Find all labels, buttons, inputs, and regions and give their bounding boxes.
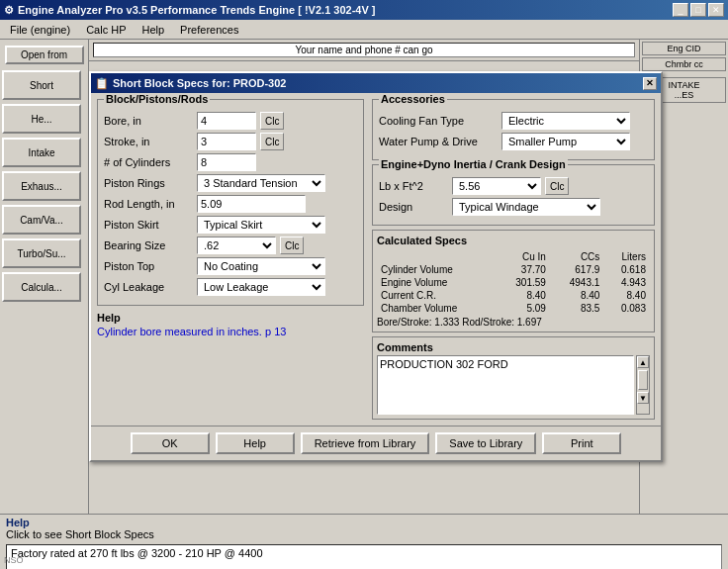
app-icon: ⚙ [4,4,14,17]
cooling-fan-label: Cooling Fan Type [379,115,498,127]
cooling-fan-select[interactable]: Electric [501,112,630,130]
nso-label: NSO [4,555,24,565]
bearing-size-select[interactable]: .62 [197,237,276,254]
table-row: Cylinder Volume 37.70 617.9 0.618 [377,263,650,276]
retrieve-from-library-button[interactable]: Retrieve from Library [301,432,430,454]
eng-vol-label: Engine Volume [377,276,496,289]
bore-clr-button[interactable]: Clc [260,112,284,130]
bottom-bar: Help Click to see Short Block Specs Fact… [0,514,728,569]
dialog-title-bar: 📋 Short Block Specs for: PROD-302 ✕ [91,73,661,93]
chamber-vol-cuin: 5.09 [496,302,549,315]
title-bar: ⚙ Engine Analyzer Pro v3.5 Performance T… [0,0,728,20]
sidebar-item-exhaust[interactable]: Exhaus... [2,171,81,201]
dialog-right-column: Accessories Cooling Fan Type Electric Wa [372,99,655,420]
help-button[interactable]: Help [216,432,295,454]
lb-ft2-select[interactable]: 5.56 [452,177,541,195]
menu-preferences[interactable]: Preferences [174,23,244,37]
sidebar-item-heads[interactable]: He... [2,104,81,134]
menu-calchp[interactable]: Calc HP [80,23,132,37]
piston-skirt-label: Piston Skirt [104,219,193,231]
cooling-fan-row: Cooling Fan Type Electric [379,112,648,130]
accessories-group: Accessories Cooling Fan Type Electric Wa [372,99,655,160]
scroll-up-arrow[interactable]: ▲ [637,356,649,368]
cyl-leakage-row: Cyl Leakage Low Leakage [104,278,357,296]
cylinders-row: # of Cylinders [104,153,357,171]
sidebar-item-camva[interactable]: Cam/Va... [2,205,81,235]
comments-header: Comments [377,341,650,353]
calc-col-cuin: Cu In [496,250,549,263]
accessories-label: Accessories [379,93,447,105]
print-button[interactable]: Print [542,432,621,454]
sidebar-item-turbo[interactable]: Turbo/Su... [2,238,81,268]
calc-specs-section: Calculated Specs Cu In CCs Liters [372,230,655,332]
help-section: Help Cylinder bore measured in inches. p… [97,312,364,337]
piston-rings-select[interactable]: 3 Standard Tension [197,174,325,192]
sidebar-item-short[interactable]: Short [2,70,81,100]
calc-col-ccs: CCs [550,250,603,263]
lb-ft2-clr-button[interactable]: Clc [545,177,569,195]
bore-row: Bore, in Clc [104,112,357,130]
dialog-title-text: Short Block Specs for: PROD-302 [113,77,286,89]
close-button[interactable]: ✕ [708,3,724,17]
bore-input[interactable] [197,112,256,130]
open-from-button[interactable]: Open from [5,46,84,64]
table-row: Engine Volume 301.59 4943.1 4.943 [377,276,650,289]
rod-length-label: Rod Length, in [104,198,193,210]
sidebar-item-intake[interactable]: Intake [2,138,81,167]
block-section-label: Block/Pistons/Rods [104,93,210,105]
comments-textarea[interactable] [377,355,634,415]
cyl-leakage-select[interactable]: Low Leakage [197,278,325,296]
cylinders-input[interactable] [197,153,256,171]
stroke-clr-button[interactable]: Clc [260,133,284,150]
bearing-clr-button[interactable]: Clc [280,237,304,254]
sidebar-item-calcula[interactable]: Calcula... [2,272,81,302]
piston-rings-row: Piston Rings 3 Standard Tension [104,174,357,192]
comments-scrollbar[interactable]: ▲ ▼ [636,355,650,415]
menu-help[interactable]: Help [136,23,170,37]
stroke-label: Stroke, in [104,136,193,147]
curr-cr-cuin: 8.40 [496,289,549,302]
block-pistons-rods-group: Block/Pistons/Rods Bore, in Clc [97,99,364,306]
minimize-button[interactable]: _ [673,3,688,17]
bottom-help-label: Help [6,517,30,528]
scroll-thumb[interactable] [638,370,648,390]
design-label: Design [379,201,448,213]
design-select[interactable]: Typical Windage [452,198,600,216]
stroke-row: Stroke, in Clc [104,133,357,150]
dialog-left-column: Block/Pistons/Rods Bore, in Clc [97,99,364,420]
water-pump-label: Water Pump & Drive [379,136,498,147]
engine-dyno-label: Engine+Dyno Inertia / Crank Design [379,158,568,170]
chamber-vol-label: Chamber Volume [377,302,496,315]
dialog-icon: 📋 [95,77,109,90]
eng-vol-liters: 4.943 [603,276,650,289]
piston-rings-label: Piston Rings [104,177,193,189]
engine-dyno-group: Engine+Dyno Inertia / Crank Design Lb x … [372,164,655,226]
calc-table: Cu In CCs Liters Cylinder Volume 37.70 [377,250,650,315]
cyl-vol-ccs: 617.9 [550,263,603,276]
piston-skirt-row: Piston Skirt Typical Skirt [104,216,357,234]
menu-file[interactable]: File (engine) [4,23,76,37]
maximize-button[interactable]: □ [690,3,706,17]
piston-top-label: Piston Top [104,260,193,272]
top-info-bar: Your name and phone # can go [89,40,639,61]
app-title: ⚙ Engine Analyzer Pro v3.5 Performance T… [4,4,376,17]
table-row: Current C.R. 8.40 8.40 8.40 [377,289,650,302]
stroke-input[interactable] [197,133,256,150]
scroll-down-arrow[interactable]: ▼ [637,392,649,404]
save-to-library-button[interactable]: Save to Library [435,432,536,454]
sidebar: Open from Short He... Intake Exhaus... C… [0,40,89,569]
eng-vol-cuin: 301.59 [496,276,549,289]
rod-length-input[interactable] [197,195,306,213]
cylinders-label: # of Cylinders [104,156,193,168]
bottom-help-text: Click to see Short Block Specs [6,528,154,540]
bearing-size-label: Bearing Size [104,239,193,251]
bottom-help: Help Click to see Short Block Specs [0,515,728,542]
curr-cr-ccs: 8.40 [550,289,603,302]
ok-button[interactable]: OK [131,432,210,454]
water-pump-select[interactable]: Smaller Pump [501,133,630,150]
piston-skirt-select[interactable]: Typical Skirt [197,216,325,234]
bearing-size-row: Bearing Size .62 Clc [104,237,357,254]
comments-section: Comments ▲ ▼ [372,336,655,420]
piston-top-select[interactable]: No Coating [197,257,325,275]
dialog-close-button[interactable]: ✕ [643,77,657,90]
